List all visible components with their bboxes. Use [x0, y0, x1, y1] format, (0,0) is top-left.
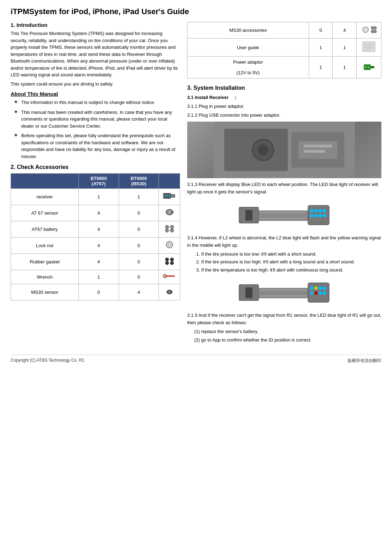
svg-point-23 — [170, 258, 174, 261]
item-ms30: 0 — [119, 270, 159, 284]
usb-device-img-313 — [187, 200, 381, 230]
svg-point-10 — [165, 229, 169, 232]
alert-3: If the tire temperature is too high: it'… — [201, 267, 381, 274]
svg-line-21 — [167, 246, 168, 247]
step315-checks: (1) replace the sensor's battery. (2) go… — [194, 328, 381, 344]
table-row: MS30 sensor 0 4 — [11, 284, 180, 301]
receiver-icon — [162, 191, 177, 201]
svg-point-50 — [258, 145, 268, 155]
svg-point-61 — [314, 209, 318, 212]
usb-device-svg-314 — [238, 278, 330, 308]
item-at67: 4 — [79, 221, 119, 238]
step314-text: 3.1.4 However, if L2 wheel is abnormal, … — [187, 234, 381, 249]
ms30-icon — [357, 22, 381, 39]
ms30-item-name: MS30 accessories — [188, 22, 309, 39]
footer-copyright: Copyright (C) ATBS Technology Co. R1 — [11, 358, 84, 364]
accessories-heading: 2. Check Accessories — [11, 164, 180, 170]
item-icon — [159, 254, 180, 270]
step312: 3.1.2 Plug USB connector into power adap… — [187, 112, 381, 119]
install-photo-svg — [187, 122, 381, 178]
item-at67: 4 — [79, 254, 119, 270]
svg-point-22 — [165, 258, 169, 261]
item-icon — [159, 205, 180, 221]
svg-point-74 — [310, 286, 314, 290]
svg-point-78 — [310, 291, 314, 295]
item-icon — [159, 270, 180, 284]
svg-rect-27 — [166, 275, 175, 277]
check-2: (2) go to App to confirm whether the ID … — [194, 337, 381, 344]
svg-point-66 — [319, 214, 322, 217]
ms30acc-icon — [360, 24, 378, 35]
table-row: Lock nut 4 0 — [11, 238, 180, 254]
svg-point-65 — [314, 214, 318, 217]
svg-point-79 — [314, 291, 318, 295]
svg-point-64 — [310, 214, 314, 217]
userguide-col2: 1 — [333, 39, 357, 57]
svg-point-36 — [373, 30, 377, 33]
svg-rect-58 — [260, 218, 307, 219]
ms30-col1: 0 — [309, 22, 333, 39]
svg-point-31 — [363, 27, 368, 33]
svg-point-24 — [165, 261, 169, 265]
svg-rect-1 — [171, 194, 175, 198]
table-row: AT 67 sensor 4 0 — [11, 205, 180, 221]
poweradaptor-icon — [361, 61, 377, 73]
poweradaptor-icon — [357, 57, 381, 78]
ms30sensor-icon — [163, 286, 176, 296]
svg-line-19 — [171, 246, 172, 247]
item-name: AT 67 sensor — [11, 205, 79, 221]
item-at67: 0 — [79, 284, 119, 301]
right-column: MS30 accessories 0 4 — [187, 22, 381, 348]
svg-rect-7 — [171, 211, 174, 213]
svg-rect-72 — [260, 295, 307, 297]
userguide-col1: 1 — [309, 39, 333, 57]
left-column: 1. Introduction This Tire Pressure Monit… — [11, 22, 180, 348]
svg-rect-52 — [304, 145, 332, 147]
accessories-section: 2. Check Accessories BT6800(AT67) BT6800… — [11, 164, 180, 301]
svg-point-63 — [323, 209, 326, 212]
svg-point-28 — [164, 275, 166, 277]
svg-point-60 — [310, 209, 314, 212]
svg-rect-37 — [363, 42, 375, 52]
svg-point-75 — [314, 286, 318, 290]
gasket-icon — [162, 256, 177, 266]
table-row: Wrench 1 0 — [11, 270, 180, 284]
step313-text: 3.1.3 Receiver will display Blue LED to … — [187, 181, 381, 196]
item-name: receiver — [11, 189, 79, 205]
table-row: Power adaptor(12V to 5V) 1 1 — [188, 57, 381, 78]
userguide-item-name: User guide — [188, 39, 309, 57]
svg-line-18 — [167, 242, 168, 243]
svg-point-25 — [170, 261, 174, 265]
item-ms30: 0 — [119, 205, 159, 221]
intro-section: 1. Introduction This Tire Pressure Monit… — [11, 22, 180, 87]
poweradaptor-col2: 1 — [333, 57, 357, 78]
battery-icon — [162, 223, 177, 233]
check-1: (1) replace the sensor's battery. — [194, 328, 381, 336]
about-bullet-3: Before operating this set, please fully … — [14, 132, 180, 160]
item-at67: 1 — [79, 270, 119, 284]
item-at67: 4 — [79, 238, 119, 254]
svg-point-32 — [364, 28, 367, 31]
wrench-icon — [162, 272, 177, 280]
poweradaptor-item-name: Power adaptor(12V to 5V) — [188, 57, 309, 78]
col-img — [159, 174, 180, 189]
svg-point-3 — [167, 195, 168, 197]
usb-device-img-314 — [187, 278, 381, 308]
svg-point-2 — [165, 195, 166, 197]
item-ms30: 0 — [119, 254, 159, 270]
svg-rect-69 — [245, 287, 253, 298]
about-bullet-1: The information in this manual is subjec… — [14, 99, 180, 106]
item-ms30: 0 — [119, 221, 159, 238]
svg-point-62 — [319, 209, 322, 212]
step315-text: 3.1.5 And if the receiver can't get the … — [187, 312, 381, 327]
svg-point-11 — [170, 229, 174, 232]
item-name: Rubber gasket — [11, 254, 79, 270]
item-at67: 1 — [79, 189, 119, 205]
userguide-icon — [361, 41, 377, 53]
locknut-icon — [163, 240, 176, 250]
svg-point-6 — [168, 211, 171, 214]
svg-point-8 — [165, 225, 169, 229]
item-ms30: 0 — [119, 238, 159, 254]
sensor-icon — [163, 207, 176, 217]
svg-rect-71 — [260, 289, 307, 291]
